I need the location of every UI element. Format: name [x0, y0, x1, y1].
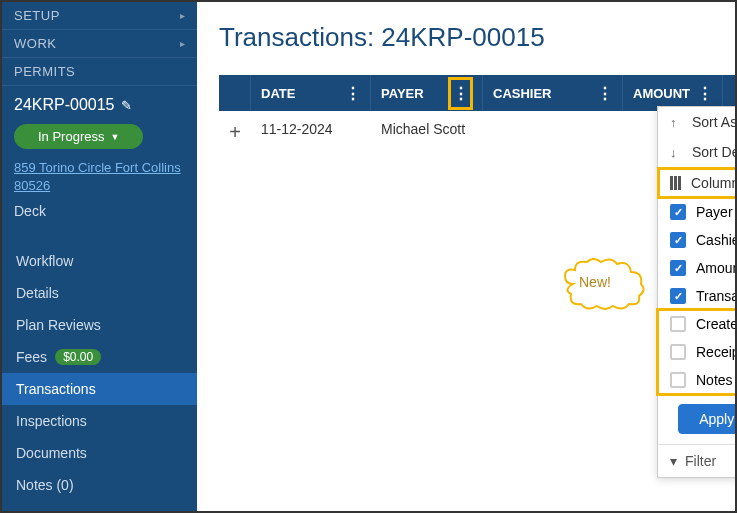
th-date[interactable]: DATE ⋮	[251, 75, 371, 111]
main-content: Transactions: 24KRP-00015 DATE ⋮ PAYER ⋮…	[197, 2, 735, 511]
nav-documents[interactable]: Documents	[2, 437, 197, 469]
nav-inspections[interactable]: Inspections	[2, 405, 197, 437]
col-option-notes[interactable]: Notes	[658, 366, 737, 394]
topmenu-setup[interactable]: SETUP ▸	[2, 2, 197, 30]
nav-label: Workflow	[16, 253, 73, 269]
new-callout: New!	[561, 258, 635, 306]
sidebar: SETUP ▸ WORK ▸ PERMITS 24KRP-00015 ✎ In …	[2, 2, 197, 511]
col-label: Receipt #	[696, 344, 737, 360]
topmenu-label: PERMITS	[14, 64, 75, 79]
callout-text: New!	[579, 274, 611, 290]
filter-icon: ▾	[670, 453, 677, 469]
nav-label: Fees	[16, 349, 47, 365]
nav-workflow[interactable]: Workflow	[2, 245, 197, 277]
nav-history[interactable]: History	[2, 501, 197, 513]
cell-date: 11-12-2024	[251, 121, 371, 144]
col-label: Cashier	[696, 232, 737, 248]
arrow-up-icon: ↑	[670, 115, 682, 130]
nav-label: Inspections	[16, 413, 87, 429]
chevron-right-icon: ▸	[180, 38, 186, 49]
col-option-cashier[interactable]: Cashier	[658, 226, 737, 254]
nav-transactions[interactable]: Transactions	[2, 373, 197, 405]
nav-plan-reviews[interactable]: Plan Reviews	[2, 309, 197, 341]
nav-label: History	[16, 509, 60, 513]
nav-fees[interactable]: Fees $0.00	[2, 341, 197, 373]
permit-type: Deck	[14, 203, 185, 219]
checkbox-icon[interactable]	[670, 344, 686, 360]
nav-label: Plan Reviews	[16, 317, 101, 333]
col-label: Payer	[696, 204, 733, 220]
permit-id-text: 24KRP-00015	[14, 96, 115, 114]
column-menu-dropdown: ↑ Sort Ascending ↓ Sort Descending Colum…	[657, 106, 737, 478]
col-option-receipt[interactable]: Receipt #	[658, 338, 737, 366]
columns-label: Columns	[691, 175, 737, 191]
topmenu-label: SETUP	[14, 8, 60, 23]
sort-asc-label: Sort Ascending	[692, 114, 737, 130]
arrow-down-icon: ↓	[670, 145, 682, 160]
checkbox-icon[interactable]	[670, 288, 686, 304]
nav-label: Details	[16, 285, 59, 301]
add-row-button[interactable]: +	[219, 121, 251, 144]
th-add	[219, 75, 251, 111]
th-label: AMOUNT	[633, 86, 690, 101]
col-option-transaction-type[interactable]: Transaction Type	[658, 282, 737, 310]
cell-payer: Michael Scott	[371, 121, 483, 144]
col-label: Transaction Type	[696, 288, 737, 304]
col-option-created-by[interactable]: Created By	[658, 310, 737, 338]
column-menu-icon[interactable]: ⋮	[449, 78, 472, 109]
checkbox-icon[interactable]	[670, 372, 686, 388]
chevron-right-icon: ▸	[180, 10, 186, 21]
apply-button[interactable]: Apply	[678, 404, 737, 434]
nav-label: Transactions	[16, 381, 96, 397]
caret-down-icon: ▼	[110, 132, 119, 142]
sort-desc-label: Sort Descending	[692, 144, 737, 160]
page-title: Transactions: 24KRP-00015	[219, 22, 735, 53]
th-payer[interactable]: PAYER ⋮	[371, 75, 483, 111]
status-text: In Progress	[38, 129, 104, 144]
sort-descending[interactable]: ↓ Sort Descending	[658, 137, 737, 167]
status-badge[interactable]: In Progress ▼	[14, 124, 143, 149]
new-columns-highlight: Created By Receipt # Notes	[658, 310, 737, 394]
checkbox-icon[interactable]	[670, 260, 686, 276]
permit-id: 24KRP-00015 ✎	[14, 96, 185, 114]
th-cashier[interactable]: CASHIER ⋮	[483, 75, 623, 111]
filter-label: Filter	[685, 453, 716, 469]
nav-label: Notes (0)	[16, 477, 74, 493]
dropdown-actions: Apply Reset	[658, 394, 737, 444]
columns-icon	[670, 176, 681, 190]
th-label: PAYER	[381, 86, 424, 101]
topmenu-work[interactable]: WORK ▸	[2, 30, 197, 58]
sort-ascending[interactable]: ↑ Sort Ascending	[658, 107, 737, 137]
column-menu-icon[interactable]: ⋮	[597, 84, 612, 103]
th-label: DATE	[261, 86, 295, 101]
col-option-payer[interactable]: Payer	[658, 198, 737, 226]
topmenu-permits[interactable]: PERMITS	[2, 58, 197, 86]
nav-details[interactable]: Details	[2, 277, 197, 309]
permit-block: 24KRP-00015 ✎ In Progress ▼ 859 Torino C…	[2, 86, 197, 237]
checkbox-icon[interactable]	[670, 232, 686, 248]
fee-badge: $0.00	[55, 349, 101, 365]
column-menu-icon[interactable]: ⋮	[697, 84, 712, 103]
col-label: Created By	[696, 316, 737, 332]
th-label: CASHIER	[493, 86, 552, 101]
col-label: Amount	[696, 260, 737, 276]
column-options: Payer Cashier Amount Transaction Type	[658, 198, 737, 394]
topmenu-label: WORK	[14, 36, 56, 51]
columns-header[interactable]: Columns	[658, 168, 737, 198]
col-option-amount[interactable]: Amount	[658, 254, 737, 282]
checkbox-icon[interactable]	[670, 316, 686, 332]
nav-label: Documents	[16, 445, 87, 461]
filter-row[interactable]: ▾ Filter	[658, 444, 737, 477]
edit-icon[interactable]: ✎	[121, 98, 132, 113]
permit-address-link[interactable]: 859 Torino Circle Fort Collins 80526	[14, 159, 185, 195]
col-label: Notes	[696, 372, 733, 388]
checkbox-icon[interactable]	[670, 204, 686, 220]
column-menu-icon[interactable]: ⋮	[345, 84, 360, 103]
nav-notes[interactable]: Notes (0)	[2, 469, 197, 501]
